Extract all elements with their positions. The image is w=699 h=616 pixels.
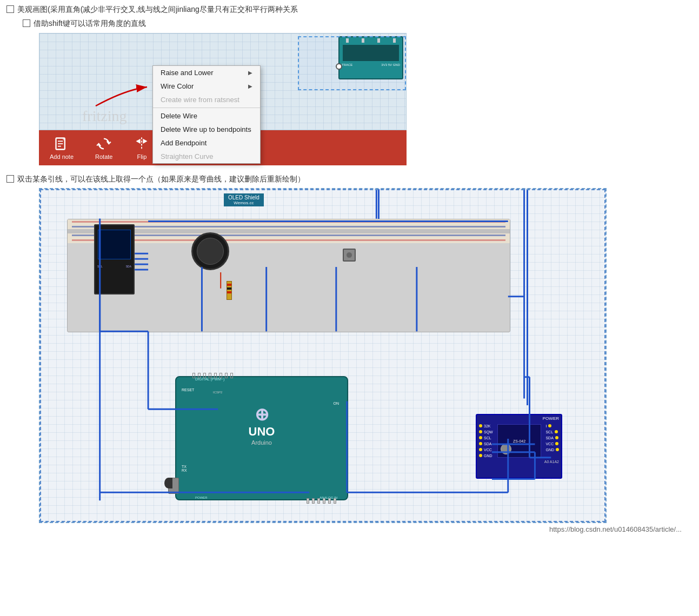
arduino-icsp-label: ICSP2 — [213, 391, 222, 394]
toolbar-flip[interactable]: Flip — [134, 136, 149, 160]
checkbox-item-2[interactable]: 双击某条引线，可以在该线上取得一个点（如果原来是弯曲线，建议删除后重新绘制） — [6, 174, 305, 185]
rtc-pin-sda-label: SDA — [484, 442, 491, 446]
arduino-brand-label: Arduino — [251, 438, 272, 446]
top-fritzing-area: TRACE 3V3 5V GND fritzing Raise and Low — [39, 33, 407, 165]
note-icon: + — [54, 136, 69, 151]
rtc-model-label: ZS-042 — [513, 439, 525, 443]
power-rail-red — [72, 221, 505, 223]
checkbox-item-1[interactable]: 美观画图(采用直角(减少非平行交叉,线与线之间jinliang尽量只有正交和平行… — [6, 4, 298, 15]
arduino-analog-pin-2 — [312, 498, 315, 504]
arduino-logo-symbol: ⊕ — [255, 404, 269, 425]
oled-shield-label: OLED Shield Wemos.cc — [224, 193, 264, 206]
toolbar-rotate-label: Rotate — [95, 153, 112, 160]
rtc-pin-sqw-dot — [479, 430, 482, 433]
rtc-right-sda-dot — [555, 436, 558, 439]
wire-vertical-right-long — [527, 189, 528, 405]
oled-module: SCL SDA — [94, 224, 135, 294]
toolbar-add-note-label: Add note — [50, 153, 74, 160]
rtc-pin-sqw-label: SQW — [484, 430, 493, 434]
gnd-rail-blue-bottom — [72, 235, 505, 236]
oled-pin-label-scl: SCL — [97, 265, 103, 268]
checkbox-2[interactable] — [6, 175, 14, 183]
menu-item-wire-color-arrow: ▶ — [248, 83, 252, 89]
rtc-right-sda-label: SDA — [545, 436, 553, 440]
arduino-reset-label: RESET — [182, 388, 194, 392]
checkbox-sub[interactable] — [23, 19, 30, 27]
checkbox-row-sub: 借助shift键可以话常用角度的直线 — [23, 18, 693, 29]
toolbar-rotate[interactable]: Rotate — [95, 136, 112, 160]
rtc-pin-vcc-label: VCC — [484, 448, 492, 452]
oled-pin-label-sda: SDA — [126, 265, 131, 268]
arduino-pin-8 — [230, 373, 233, 378]
rtc-pin-32k: 32K — [479, 424, 493, 428]
rtc-pin-gnd: GND — [479, 454, 493, 458]
rtc-pin-vcc-dot — [479, 448, 482, 451]
arduino-brand-text: Arduino — [251, 439, 272, 446]
arduino-power-label: POWER — [195, 496, 208, 499]
resistor-band-2 — [227, 287, 231, 290]
red-arrow-icon — [93, 79, 152, 111]
rtc-right-pin-vcc: VCC — [545, 442, 559, 446]
svg-text:+: + — [62, 137, 65, 142]
menu-item-straighten-label: Straighten Curve — [161, 152, 214, 160]
gnd-rail-blue — [72, 226, 505, 227]
rtc-right-gnd-dot — [556, 448, 559, 451]
rtc-pin-scl-label: SCL — [484, 436, 491, 440]
rtc-right-pins: I SCL SDA VCC — [545, 424, 559, 458]
arduino-tx-label: TXRX — [182, 465, 187, 472]
arduino-uno: DIGITAL (PWM~) ⊕ UNO Arduino TXRX RESET … — [175, 376, 348, 500]
checkbox-1[interactable] — [6, 5, 14, 13]
rtc-right-pin-gnd: GND — [545, 448, 559, 452]
arduino-digital-label: DIGITAL (PWM~) — [195, 377, 224, 381]
checkbox-text-2: 双击某条引线，可以在该线上取得一个点（如果原来是弯曲线，建议删除后重新绘制） — [17, 174, 305, 185]
menu-item-raise-lower[interactable]: Raise and Lower ▶ — [153, 66, 260, 79]
selection-rectangle — [298, 36, 406, 90]
menu-item-straighten: Straighten Curve — [153, 150, 260, 163]
wire-vertical-top — [378, 189, 380, 219]
rtc-pin-scl-dot — [479, 436, 482, 439]
rtc-right-pin-scl: SCL — [545, 430, 559, 434]
rtc-content: 32K SQW SCL SDA — [477, 422, 561, 460]
resistor-band-1 — [227, 284, 231, 286]
arduino-analog-label: ANALOG IN — [319, 496, 337, 499]
second-section: 双击某条引线，可以在该线上取得一个点（如果原来是弯曲线，建议删除后重新绘制） — [6, 174, 693, 185]
rtc-chip-area: ZS-042 — [497, 424, 542, 458]
checkbox-item-sub[interactable]: 借助shift键可以话常用角度的直线 — [23, 18, 146, 29]
rtc-pin-vcc: VCC — [479, 448, 493, 452]
menu-item-wire-color-label: Wire Color — [161, 82, 194, 90]
rtc-right-vcc-dot — [555, 442, 558, 445]
rtc-pin-sda: SDA — [479, 442, 493, 446]
menu-item-delete-wire-bp[interactable]: Delete Wire up to bendpoints — [153, 123, 260, 136]
rtc-right-pin-sda: SDA — [545, 436, 559, 440]
rtc-battery — [501, 444, 511, 454]
context-menu: Raise and Lower ▶ Wire Color ▶ Create wi… — [152, 65, 261, 164]
arduino-uno-label: UNO — [249, 425, 275, 439]
rotate-icon — [96, 136, 111, 151]
rtc-right-gnd-label: GND — [545, 448, 554, 452]
arduino-power-jack — [164, 478, 172, 488]
circuit-canvas: OLED Shield Wemos.cc — [39, 188, 607, 523]
menu-item-wire-color[interactable]: Wire Color ▶ — [153, 79, 260, 93]
menu-item-delete-wire-label: Delete Wire — [161, 112, 197, 120]
arduino-analog-pin-1 — [307, 498, 309, 504]
power-rail-red-bottom — [72, 239, 505, 241]
rtc-a-pins-label: A0 A1A2 — [477, 460, 561, 464]
menu-item-delete-wire-bp-label: Delete Wire up to bendpoints — [161, 125, 251, 133]
checkbox-row-2: 双击某条引线，可以在该线上取得一个点（如果原来是弯曲线，建议删除后重新绘制） — [6, 174, 693, 185]
buzzer — [191, 232, 229, 270]
menu-separator-1 — [153, 108, 260, 108]
svg-marker-7 — [136, 138, 141, 143]
rtc-right-i-dot — [548, 424, 551, 427]
rtc-pin-sqw: SQW — [479, 430, 493, 434]
menu-item-raise-lower-arrow: ▶ — [248, 70, 252, 76]
toolbar-add-note[interactable]: + Add note — [50, 136, 74, 160]
rtc-pin-32k-label: 32K — [484, 424, 490, 428]
menu-item-delete-wire[interactable]: Delete Wire — [153, 109, 260, 123]
checkbox-text-sub: 借助shift键可以话常用角度的直线 — [34, 18, 146, 29]
rtc-module: POWER 32K SQW SCL — [476, 414, 562, 479]
rtc-right-pin-i: I — [545, 424, 559, 428]
menu-item-add-bendpoint[interactable]: Add Bendpoint — [153, 136, 260, 150]
menu-item-add-bendpoint-label: Add Bendpoint — [161, 139, 207, 147]
arduino-pin-7 — [225, 373, 228, 378]
menu-item-raise-lower-label: Raise and Lower — [161, 69, 214, 77]
